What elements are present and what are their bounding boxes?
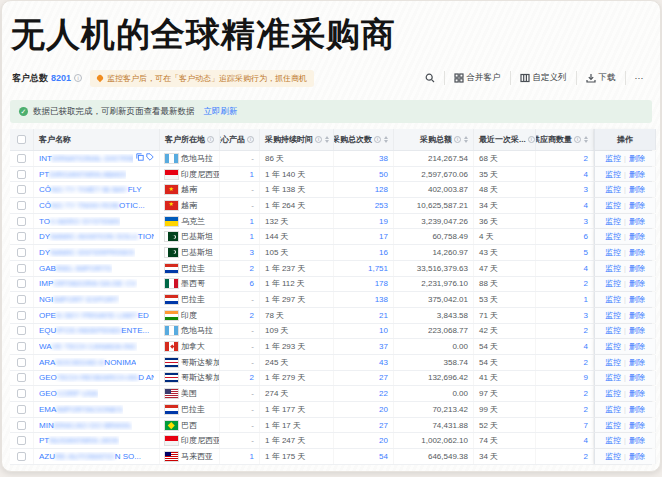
row-checkbox[interactable] bbox=[17, 248, 26, 257]
sort-icon[interactable] bbox=[384, 136, 388, 143]
supplier-count-value[interactable]: 2 bbox=[584, 279, 588, 288]
core-products-value[interactable]: 3 bbox=[250, 248, 254, 257]
search-button[interactable] bbox=[416, 68, 444, 88]
info-icon[interactable]: i bbox=[207, 136, 214, 143]
row-checkbox[interactable] bbox=[17, 326, 26, 335]
row-checkbox[interactable] bbox=[17, 311, 26, 320]
row-checkbox[interactable] bbox=[17, 185, 26, 194]
info-icon[interactable]: i bbox=[74, 74, 82, 82]
delete-link[interactable]: 删除 bbox=[629, 247, 645, 258]
row-checkbox[interactable] bbox=[17, 201, 26, 210]
purchase-count-value[interactable]: 17 bbox=[379, 232, 388, 241]
supplier-count-value[interactable]: 2 bbox=[584, 405, 588, 414]
customer-name-link[interactable]: CÔNG TY THIẾT BỊ BAY FLY bbox=[39, 185, 142, 194]
download-button[interactable]: 下载 bbox=[577, 67, 625, 89]
supplier-count-value[interactable]: 3 bbox=[584, 311, 588, 320]
purchase-count-value[interactable]: 27 bbox=[379, 373, 388, 382]
purchase-count-value[interactable]: 1,751 bbox=[368, 264, 388, 273]
monitor-link[interactable]: 监控 bbox=[605, 372, 621, 383]
customer-name-link[interactable]: GABRIEL IMPORTS bbox=[39, 264, 112, 273]
info-icon[interactable]: i bbox=[528, 136, 535, 143]
monitor-link[interactable]: 监控 bbox=[605, 153, 621, 164]
delete-link[interactable]: 删除 bbox=[629, 420, 645, 431]
purchase-count-value[interactable]: 16 bbox=[379, 248, 388, 257]
customer-name-link[interactable]: AZURE AUTOMATION SO... bbox=[39, 452, 141, 461]
purchase-count-value[interactable]: 138 bbox=[375, 295, 388, 304]
core-products-value[interactable]: 1 bbox=[250, 232, 254, 241]
purchase-count-value[interactable]: 19 bbox=[379, 217, 388, 226]
delete-link[interactable]: 删除 bbox=[629, 278, 645, 289]
purchase-count-value[interactable]: 128 bbox=[375, 185, 388, 194]
supplier-count-value[interactable]: 7 bbox=[584, 421, 588, 430]
customer-name-link[interactable]: GEO CORP USA bbox=[39, 389, 98, 398]
row-checkbox[interactable] bbox=[17, 421, 26, 430]
purchase-count-value[interactable]: 43 bbox=[379, 358, 388, 367]
customer-name-link[interactable]: DYNAMIC ENTERPRISES bbox=[39, 248, 135, 257]
monitor-link[interactable]: 监控 bbox=[605, 247, 621, 258]
supplier-count-value[interactable]: 4 bbox=[584, 342, 588, 351]
row-checkbox[interactable] bbox=[17, 170, 26, 179]
customer-name-link[interactable]: EMA IMPORTACIONES bbox=[39, 405, 123, 414]
purchase-count-value[interactable]: 54 bbox=[379, 452, 388, 461]
sort-icon[interactable] bbox=[325, 136, 329, 143]
supplier-count-value[interactable]: 2 bbox=[584, 358, 588, 367]
core-products-value[interactable]: 1 bbox=[250, 452, 254, 461]
delete-link[interactable]: 删除 bbox=[629, 216, 645, 227]
supplier-count-value[interactable]: 4 bbox=[584, 436, 588, 445]
sort-icon[interactable] bbox=[584, 136, 588, 143]
monitor-link[interactable]: 监控 bbox=[605, 435, 621, 446]
tag-icon[interactable] bbox=[146, 153, 154, 163]
supplier-count-value[interactable]: 1 bbox=[584, 295, 588, 304]
core-products-value[interactable]: 2 bbox=[250, 311, 254, 320]
monitor-link[interactable]: 监控 bbox=[605, 169, 621, 180]
purchase-count-value[interactable]: 253 bbox=[375, 201, 388, 210]
supplier-count-value[interactable]: 3 bbox=[584, 185, 588, 194]
customer-name-link[interactable]: IMPORTADORA SA DE CV bbox=[39, 279, 137, 288]
more-actions-button[interactable]: ⋯ bbox=[626, 68, 653, 88]
delete-link[interactable]: 删除 bbox=[629, 388, 645, 399]
row-checkbox[interactable] bbox=[17, 373, 26, 382]
supplier-count-value[interactable]: 4 bbox=[584, 170, 588, 179]
monitor-link[interactable]: 监控 bbox=[605, 310, 621, 321]
delete-link[interactable]: 删除 bbox=[629, 341, 645, 352]
customer-name-link[interactable]: WAVE TECH CANADA INC bbox=[39, 342, 137, 351]
core-products-value[interactable]: 2 bbox=[250, 264, 254, 273]
core-products-value[interactable]: 2 bbox=[250, 373, 254, 382]
monitor-link[interactable]: 监控 bbox=[605, 341, 621, 352]
supplier-count-value[interactable]: 2 bbox=[584, 389, 588, 398]
row-checkbox[interactable] bbox=[17, 405, 26, 414]
delete-link[interactable]: 删除 bbox=[629, 325, 645, 336]
monitor-link[interactable]: 监控 bbox=[605, 216, 621, 227]
merge-customers-button[interactable]: 合并客户 bbox=[445, 67, 510, 89]
monitor-link[interactable]: 监控 bbox=[605, 388, 621, 399]
monitor-link[interactable]: 监控 bbox=[605, 357, 621, 368]
select-all-checkbox[interactable] bbox=[17, 135, 26, 144]
delete-link[interactable]: 删除 bbox=[629, 435, 645, 446]
core-products-value[interactable]: 1 bbox=[250, 217, 254, 226]
core-products-value[interactable]: 6 bbox=[250, 279, 254, 288]
purchase-count-value[interactable]: 20 bbox=[379, 405, 388, 414]
customize-columns-button[interactable]: 自定义列 bbox=[511, 67, 576, 89]
monitor-link[interactable]: 监控 bbox=[605, 200, 621, 211]
delete-link[interactable]: 删除 bbox=[629, 372, 645, 383]
copy-icon[interactable] bbox=[136, 153, 144, 163]
row-checkbox[interactable] bbox=[17, 232, 26, 241]
customer-name-link[interactable]: DYNAMIC AVIATION SOLUTIONS... bbox=[39, 232, 154, 241]
purchase-count-value[interactable]: 37 bbox=[379, 342, 388, 351]
row-checkbox[interactable] bbox=[17, 279, 26, 288]
supplier-count-value[interactable]: 4 bbox=[584, 264, 588, 273]
monitor-link[interactable]: 监控 bbox=[605, 451, 621, 462]
purchase-count-value[interactable]: 10 bbox=[379, 326, 388, 335]
delete-link[interactable]: 删除 bbox=[629, 310, 645, 321]
monitor-link[interactable]: 监控 bbox=[605, 404, 621, 415]
row-checkbox[interactable] bbox=[17, 436, 26, 445]
customer-name-link[interactable]: TOV AERO SYSTEMS bbox=[39, 217, 120, 226]
supplier-count-value[interactable]: 9 bbox=[584, 373, 588, 382]
supplier-count-value[interactable]: 3 bbox=[584, 217, 588, 226]
supplier-count-value[interactable]: 2 bbox=[584, 154, 588, 163]
delete-link[interactable]: 删除 bbox=[629, 184, 645, 195]
customer-name-link[interactable]: PT DIRGANTARA ABADI bbox=[39, 170, 126, 179]
monitor-link[interactable]: 监控 bbox=[605, 278, 621, 289]
row-checkbox[interactable] bbox=[17, 452, 26, 461]
supplier-count-value[interactable]: 5 bbox=[584, 248, 588, 257]
